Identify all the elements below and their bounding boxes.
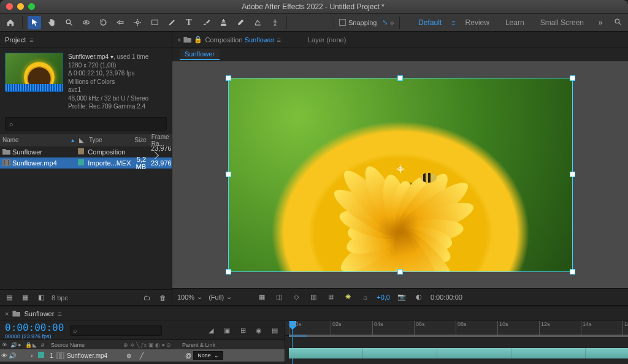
col-framerate[interactable]: Frame Ra... [149, 134, 172, 147]
exposure-icon[interactable]: ☼ [359, 292, 370, 303]
camera-tool-icon[interactable] [113, 16, 127, 29]
snapshot-icon[interactable]: 📷 [396, 292, 407, 303]
close-window-icon[interactable] [6, 3, 13, 10]
current-timecode[interactable]: 0:00:00:00 [5, 322, 64, 333]
time-ruler[interactable]: :00s02s04s06s08s10s12s14s16s [285, 321, 628, 336]
type-tool-icon[interactable]: T [182, 16, 196, 29]
project-search-input[interactable] [13, 120, 163, 127]
col-name[interactable]: Name [2, 137, 19, 143]
solo-col-icon[interactable]: ● [16, 342, 23, 348]
rotation-tool-icon[interactable] [96, 16, 110, 29]
brush-tool-icon[interactable] [199, 16, 213, 29]
col-source-name[interactable]: Source Name [49, 342, 121, 348]
parent-dropdown[interactable]: None ⌄ [193, 351, 223, 360]
show-snapshot-icon[interactable]: ◐ [413, 292, 424, 303]
snapping-toggle[interactable]: Snapping ⤡ ⟐ [339, 18, 394, 26]
workspace-small-screen[interactable]: Small Screen [534, 18, 590, 27]
composition-canvas[interactable]: /* petals generated below */ [172, 61, 628, 288]
workspace-overflow-icon[interactable]: » [594, 18, 607, 27]
home-icon[interactable] [4, 16, 17, 29]
anchor-tool-icon[interactable] [131, 16, 144, 29]
viewer-tab-layer[interactable]: Layer (none) [303, 34, 351, 45]
hand-tool-icon[interactable] [45, 16, 58, 29]
tab-menu-icon[interactable]: ≡ [58, 310, 61, 317]
zoom-dropdown[interactable]: 100%⌄ [177, 293, 202, 301]
selection-tool-icon[interactable] [28, 16, 41, 29]
project-item-footage[interactable]: Sunflower.mp4 Importe...MEX 5,2 MB 23,97… [0, 157, 172, 169]
maximize-window-icon[interactable] [28, 3, 35, 10]
eraser-tool-icon[interactable] [234, 16, 247, 29]
channel-icon[interactable]: ❋ [342, 292, 353, 303]
eye-col-icon[interactable]: 👁 [0, 342, 9, 348]
interpret-footage-icon[interactable]: ▤ [4, 292, 15, 303]
pickwhip-icon[interactable]: @ [185, 352, 191, 359]
col-label-icon[interactable]: ◣ [77, 137, 86, 143]
clone-stamp-tool-icon[interactable] [216, 16, 230, 29]
timeline-search[interactable]: ⌕ [70, 325, 162, 336]
label-color-icon[interactable] [78, 159, 84, 165]
audio-col-icon[interactable]: 🔊 [9, 342, 16, 348]
roto-brush-tool-icon[interactable] [251, 16, 264, 29]
workspace-review[interactable]: Review [459, 18, 496, 27]
search-help-icon[interactable] [611, 18, 624, 28]
workspace-learn[interactable]: Learn [499, 18, 530, 27]
comp-breadcrumb[interactable]: Sunflower [180, 49, 220, 60]
link-icon[interactable] [151, 151, 159, 159]
draft3d-icon[interactable]: ▣ [222, 327, 232, 335]
pen-tool-icon[interactable] [165, 16, 178, 29]
motion-blur-icon[interactable]: ◉ [254, 327, 264, 335]
rectangle-tool-icon[interactable] [148, 16, 161, 29]
new-comp-icon[interactable]: ▦ [20, 292, 31, 303]
col-type[interactable]: Type [86, 137, 124, 143]
resize-handle[interactable] [570, 76, 575, 80]
grid-icon[interactable]: ▥ [308, 292, 319, 303]
resize-handle[interactable] [226, 270, 231, 274]
col-size[interactable]: Size [124, 137, 149, 143]
exposure-value[interactable]: +0,0 [377, 294, 390, 301]
timeline-track-area[interactable]: :00s02s04s06s08s10s12s14s16s [285, 321, 628, 364]
transparency-grid-icon[interactable]: ▦ [256, 292, 267, 303]
work-area-bar[interactable] [289, 335, 628, 337]
mask-toggle-icon[interactable]: ◫ [274, 292, 285, 303]
puppet-tool-icon[interactable] [268, 16, 281, 29]
project-tab[interactable]: Project [5, 36, 26, 44]
asset-thumbnail[interactable] [5, 53, 63, 92]
minimize-window-icon[interactable] [17, 3, 24, 10]
label-color-icon[interactable] [78, 148, 84, 154]
viewer-tab-composition[interactable]: Composition Sunflower [205, 36, 274, 44]
lock-icon[interactable]: 🔒 [194, 36, 202, 44]
graph-editor-icon[interactable]: ▤ [270, 327, 280, 335]
new-folder-icon[interactable]: 🗀 [141, 292, 152, 303]
resolution-dropdown[interactable]: (Full)⌄ [209, 293, 232, 301]
col-parent-link[interactable]: Parent & Link [180, 342, 217, 348]
layer-label-icon[interactable] [38, 352, 44, 358]
delete-icon[interactable]: 🗑 [157, 292, 168, 303]
preview-time[interactable]: 0:00:00:00 [431, 294, 462, 301]
project-search[interactable]: ⌕ [5, 117, 167, 131]
visibility-toggle-icon[interactable]: 👁 [0, 352, 9, 359]
panel-menu-icon[interactable]: ≡ [29, 36, 33, 44]
asset-name[interactable]: Sunflower.mp4 ▾ [68, 53, 113, 60]
orbit-tool-icon[interactable] [79, 16, 93, 29]
workspace-default[interactable]: Default [412, 18, 448, 27]
bit-depth[interactable]: 8 bpc [52, 294, 68, 301]
resize-handle[interactable] [398, 76, 402, 80]
layer-clip[interactable] [289, 348, 628, 358]
region-icon[interactable]: ⊞ [325, 292, 336, 303]
lock-col-icon[interactable]: 🔒 [23, 342, 31, 348]
resize-handle[interactable] [226, 76, 231, 80]
resize-handle[interactable] [226, 172, 231, 176]
anchor-point-icon[interactable] [396, 165, 404, 173]
guides-icon[interactable]: ◇ [291, 292, 302, 303]
timeline-tab[interactable]: Sunflower [24, 310, 54, 317]
resize-handle[interactable] [570, 270, 575, 274]
resize-handle[interactable] [570, 172, 575, 176]
audio-toggle-icon[interactable]: 🔊 [9, 352, 16, 359]
shy-icon[interactable]: ◢ [206, 327, 216, 335]
timeline-layer-row[interactable]: 👁 🔊 › 1 Sunflower.mp4 ⊕ ╱ @ None ⌄ [0, 349, 285, 362]
frame-blend-icon[interactable]: ⊞ [238, 327, 248, 335]
zoom-tool-icon[interactable] [62, 16, 75, 29]
project-settings-icon[interactable]: ◧ [36, 292, 47, 303]
close-tab-icon[interactable]: × [5, 310, 9, 317]
resize-handle[interactable] [398, 270, 402, 274]
